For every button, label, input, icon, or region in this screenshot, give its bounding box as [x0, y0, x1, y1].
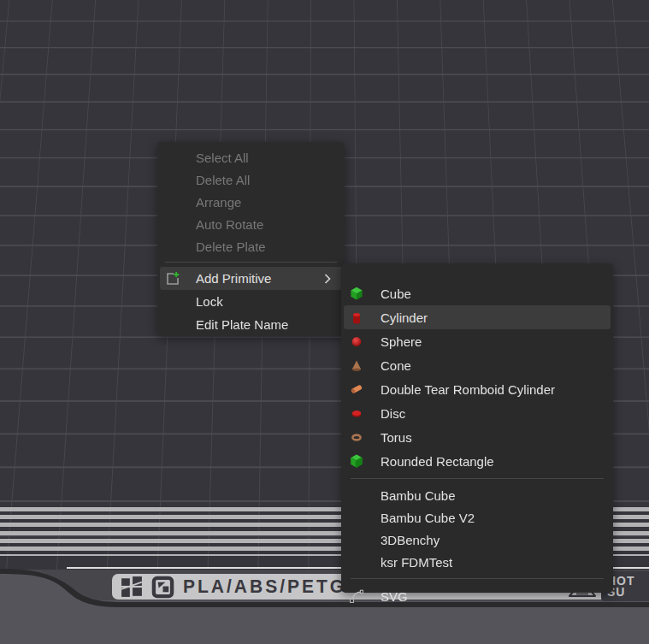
- plate-code-icon: [151, 576, 174, 599]
- submenu-item-cube[interactable]: Cube: [341, 281, 613, 305]
- submenu-item-ksr-fdmtest[interactable]: ksr FDMTest: [341, 551, 613, 573]
- add-primitive-submenu: Cube Cylinder Sphere Cone: [341, 263, 613, 593]
- menu-item-label: Auto Rotate: [196, 217, 263, 232]
- cylinder-icon: [350, 310, 363, 324]
- menu-item-auto-rotate[interactable]: Auto Rotate: [157, 213, 345, 235]
- menu-item-label: Add Primitive: [196, 271, 271, 286]
- submenu-item-svg[interactable]: SVG: [341, 584, 613, 608]
- submenu-item-torus[interactable]: Torus: [341, 425, 613, 449]
- submenu-item-rounded-rectangle[interactable]: Rounded Rectangle: [341, 449, 613, 473]
- plate-context-menu: Select All Delete All Arrange Auto Rotat…: [157, 142, 345, 336]
- bambu-logo-icon: [121, 576, 143, 598]
- submenu-separator: [351, 578, 604, 579]
- submenu-item-label: Torus: [381, 430, 412, 445]
- submenu-item-disc[interactable]: Disc: [341, 401, 613, 425]
- menu-separator: [165, 262, 337, 263]
- submenu-item-bambu-cube-v2[interactable]: Bambu Cube V2: [341, 506, 613, 529]
- menu-item-add-primitive[interactable]: Add Primitive: [160, 267, 342, 290]
- submenu-item-label: Cylinder: [381, 310, 428, 325]
- submenu-item-cylinder[interactable]: Cylinder: [344, 305, 611, 329]
- sphere-icon: [350, 334, 363, 348]
- torus-icon: [350, 430, 363, 444]
- submenu-item-label: Bambu Cube V2: [381, 511, 475, 525]
- submenu-item-label: SVG: [381, 589, 408, 604]
- submenu-chevron-icon: [324, 274, 331, 284]
- submenu-separator: [351, 478, 604, 479]
- menu-item-delete-plate[interactable]: Delete Plate: [157, 235, 345, 257]
- submenu-item-label: Sphere: [381, 334, 422, 349]
- menu-item-label: Arrange: [196, 195, 241, 210]
- menu-item-arrange[interactable]: Arrange: [157, 191, 345, 213]
- menu-item-edit-plate-name[interactable]: Edit Plate Name: [157, 313, 345, 336]
- menu-item-label: Lock: [196, 294, 223, 309]
- menu-item-select-all[interactable]: Select All: [157, 146, 345, 168]
- rounded-rectangle-icon: [350, 454, 363, 468]
- submenu-item-label: Double Tear Romboid Cylinder: [381, 382, 555, 397]
- hot-surface-line2: SU: [607, 587, 649, 598]
- submenu-item-label: 3DBenchy: [381, 533, 440, 547]
- romboid-cylinder-icon: [350, 382, 363, 396]
- menu-item-label: Select All: [196, 151, 249, 165]
- menu-item-lock[interactable]: Lock: [157, 290, 345, 313]
- bezier-curve-icon: [350, 589, 363, 603]
- menu-item-label: Delete All: [196, 173, 250, 187]
- menu-item-delete-all[interactable]: Delete All: [157, 168, 345, 191]
- disc-icon: [350, 406, 363, 420]
- submenu-item-label: Cone: [381, 358, 411, 373]
- cone-icon: [350, 358, 363, 372]
- add-primitive-icon: [166, 272, 180, 286]
- submenu-item-bambu-cube[interactable]: Bambu Cube: [341, 484, 613, 506]
- submenu-item-cone[interactable]: Cone: [341, 353, 613, 377]
- menu-item-label: Delete Plate: [196, 239, 266, 254]
- submenu-item-sphere[interactable]: Sphere: [341, 329, 613, 353]
- submenu-item-label: Rounded Rectangle: [381, 454, 494, 469]
- submenu-item-label: ksr FDMTest: [381, 555, 452, 570]
- menu-item-label: Edit Plate Name: [196, 317, 288, 332]
- submenu-item-3dbenchy[interactable]: 3DBenchy: [341, 529, 613, 551]
- cube-icon: [350, 287, 363, 300]
- plate-material-label: PLA/ABS/PETG: [183, 576, 346, 597]
- submenu-item-label: Disc: [381, 406, 405, 421]
- submenu-item-double-tear-romboid-cylinder[interactable]: Double Tear Romboid Cylinder: [341, 377, 613, 401]
- slicer-3d-viewport: PLA/ABS/PETG HOT SU Select All Delete Al…: [0, 0, 649, 644]
- submenu-item-label: Cube: [381, 287, 411, 301]
- submenu-item-label: Bambu Cube: [381, 488, 456, 503]
